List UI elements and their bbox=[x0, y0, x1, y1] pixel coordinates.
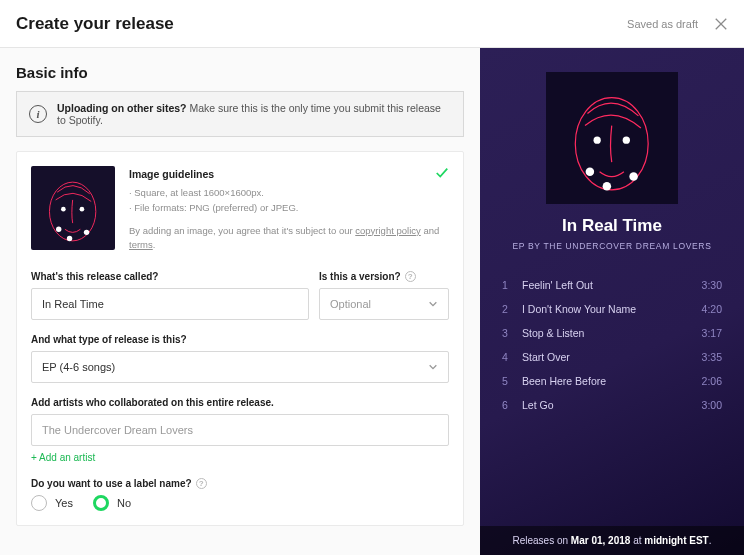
chevron-down-icon bbox=[428, 362, 438, 372]
track-number: 1 bbox=[502, 279, 522, 291]
track-row[interactable]: 3Stop & Listen3:17 bbox=[502, 321, 722, 345]
cover-art-thumb[interactable] bbox=[31, 166, 115, 250]
alert-banner: i Uploading on other sites? Make sure th… bbox=[16, 91, 464, 137]
track-number: 2 bbox=[502, 303, 522, 315]
info-icon: i bbox=[29, 105, 47, 123]
track-duration: 2:06 bbox=[702, 375, 722, 387]
track-duration: 3:17 bbox=[702, 327, 722, 339]
image-guidelines-agree: By adding an image, you agree that it's … bbox=[129, 225, 355, 236]
release-type-label: And what type of release is this? bbox=[31, 334, 449, 345]
chevron-down-icon bbox=[428, 299, 438, 309]
label-name-radio-no[interactable]: No bbox=[93, 495, 131, 511]
track-row[interactable]: 4Start Over3:35 bbox=[502, 345, 722, 369]
is-version-label: Is this a version? bbox=[319, 271, 401, 282]
svg-point-6 bbox=[67, 236, 72, 241]
track-name: Stop & Listen bbox=[522, 327, 702, 339]
page-title: Create your release bbox=[16, 14, 174, 34]
collaborators-input[interactable]: The Undercover Dream Lovers bbox=[31, 414, 449, 446]
track-number: 5 bbox=[502, 375, 522, 387]
collaborators-label: Add artists who collaborated on this ent… bbox=[31, 397, 449, 408]
svg-point-13 bbox=[630, 173, 639, 182]
track-row[interactable]: 5Been Here Before2:06 bbox=[502, 369, 722, 393]
track-number: 3 bbox=[502, 327, 522, 339]
track-duration: 4:20 bbox=[702, 303, 722, 315]
svg-point-12 bbox=[603, 182, 612, 191]
track-duration: 3:35 bbox=[702, 351, 722, 363]
terms-link[interactable]: terms bbox=[129, 239, 153, 250]
svg-point-9 bbox=[594, 137, 601, 144]
svg-point-5 bbox=[56, 227, 61, 232]
track-row[interactable]: 6Let Go3:00 bbox=[502, 393, 722, 417]
help-icon[interactable]: ? bbox=[405, 271, 416, 282]
track-row[interactable]: 1Feelin' Left Out3:30 bbox=[502, 273, 722, 297]
close-icon[interactable] bbox=[714, 17, 728, 31]
alert-strong: Uploading on other sites? bbox=[57, 102, 187, 114]
release-type-select[interactable]: EP (4-6 songs) bbox=[31, 351, 449, 383]
track-name: I Don't Know Your Name bbox=[522, 303, 702, 315]
svg-point-3 bbox=[61, 207, 66, 212]
copyright-policy-link[interactable]: copyright policy bbox=[355, 225, 420, 236]
release-footer: Releases on Mar 01, 2018 at midnight EST… bbox=[480, 526, 744, 555]
svg-point-10 bbox=[623, 137, 630, 144]
track-name: Let Go bbox=[522, 399, 702, 411]
radio-icon bbox=[31, 495, 47, 511]
svg-point-7 bbox=[84, 230, 89, 235]
add-artist-link[interactable]: + Add an artist bbox=[31, 452, 95, 463]
label-name-label: Do you want to use a label name? bbox=[31, 478, 192, 489]
help-icon[interactable]: ? bbox=[196, 478, 207, 489]
tracklist: 1Feelin' Left Out3:302I Don't Know Your … bbox=[480, 265, 744, 526]
cover-art-preview bbox=[546, 72, 678, 204]
label-name-radio-yes[interactable]: Yes bbox=[31, 495, 73, 511]
image-guidelines-line1: · Square, at least 1600×1600px. bbox=[129, 186, 449, 201]
release-name-label: What's this release called? bbox=[31, 271, 309, 282]
track-name: Been Here Before bbox=[522, 375, 702, 387]
track-number: 4 bbox=[502, 351, 522, 363]
track-name: Start Over bbox=[522, 351, 702, 363]
svg-point-4 bbox=[80, 207, 85, 212]
image-guidelines-title: Image guidelines bbox=[129, 166, 449, 182]
check-icon bbox=[435, 166, 449, 180]
section-heading: Basic info bbox=[16, 64, 464, 81]
saved-status: Saved as draft bbox=[627, 18, 698, 30]
track-number: 6 bbox=[502, 399, 522, 411]
track-duration: 3:30 bbox=[702, 279, 722, 291]
preview-subline: EP BY THE UNDERCOVER DREAM LOVERS bbox=[512, 241, 711, 251]
track-row[interactable]: 2I Don't Know Your Name4:20 bbox=[502, 297, 722, 321]
svg-point-11 bbox=[586, 168, 595, 177]
track-duration: 3:00 bbox=[702, 399, 722, 411]
radio-icon bbox=[93, 495, 109, 511]
release-name-input[interactable]: In Real Time bbox=[31, 288, 309, 320]
is-version-select[interactable]: Optional bbox=[319, 288, 449, 320]
track-name: Feelin' Left Out bbox=[522, 279, 702, 291]
preview-title: In Real Time bbox=[562, 216, 662, 236]
image-guidelines-line2: · File formats: PNG (preferred) or JPEG. bbox=[129, 201, 449, 216]
